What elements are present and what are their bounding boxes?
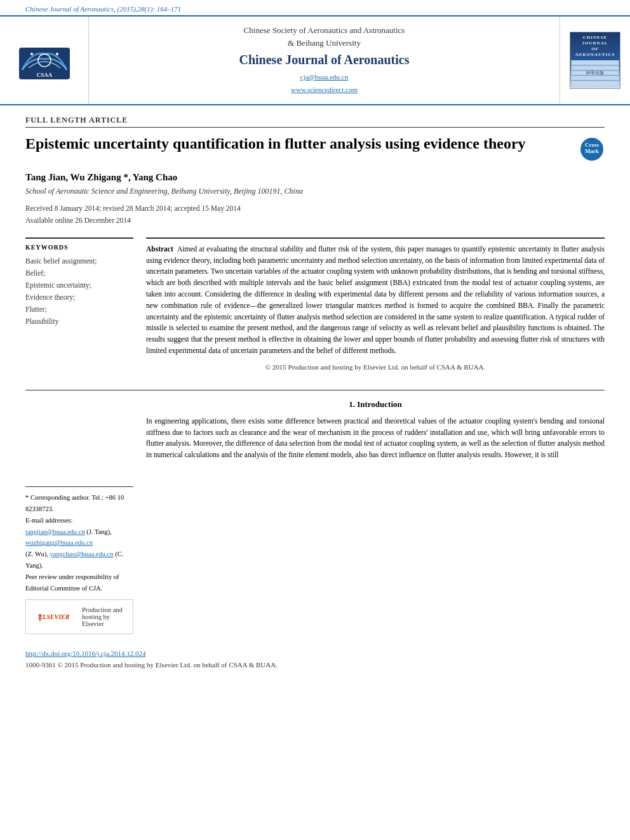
elsevier-logo: ELSEVIER [35, 607, 73, 626]
keyword-item: Belief; [25, 268, 133, 278]
abstract-column: Abstract Aimed at evaluating the structu… [146, 237, 605, 377]
svg-text:Mark: Mark [585, 148, 599, 154]
keywords-column: KEYWORDS Basic belief assignment; Belief… [25, 237, 133, 377]
email-wu-link[interactable]: wuzhigang@buaa.edu.cn [25, 539, 93, 546]
journal-cover-area: CHINESE JOURNAL OF AERONAUTICS 科学出版 [560, 17, 630, 104]
svg-point-2 [30, 53, 33, 55]
elsevier-logo-icon: ELSEVIER [37, 608, 72, 625]
keywords-title: KEYWORDS [25, 244, 133, 251]
introduction-heading: 1. Introduction [146, 399, 605, 410]
email-yang-link[interactable]: yangchao@buaa.edu.cn [50, 550, 113, 557]
email-tang-link[interactable]: tangjian@buaa.edu.cn [25, 528, 85, 535]
svg-text:ELSEVIER: ELSEVIER [37, 613, 69, 620]
doi-link[interactable]: http://dx.doi.org/10.1016/j.cja.2014.12.… [25, 650, 146, 657]
article-type-label: FULL LENGTH ARTICLE [25, 116, 605, 128]
csaa-emblem-icon: CSAA [19, 41, 70, 79]
intro-left-footnotes [25, 399, 133, 461]
affiliation: School of Aeronautic Science and Enginee… [25, 187, 605, 196]
abstract-text: Abstract Aimed at evaluating the structu… [146, 244, 605, 357]
corresponding-author: * Corresponding author. Tel.: +86 10 823… [25, 492, 133, 515]
journal-cover: CHINESE JOURNAL OF AERONAUTICS 科学出版 [570, 32, 620, 89]
email-link[interactable]: cja@buaa.edu.cn [300, 73, 348, 81]
section-divider [25, 390, 605, 390]
svg-text:科学出版: 科学出版 [586, 70, 604, 75]
email-info: E-mail addresses: tangjian@buaa.edu.cn (… [25, 515, 133, 571]
publication-dates: Received 8 January 2014; revised 28 Marc… [25, 203, 605, 227]
keyword-item: Basic belief assignment; [25, 256, 133, 266]
title-row: Epistemic uncertainty quantification in … [25, 134, 605, 162]
keyword-item: Plausibility [25, 316, 133, 326]
header-links: cja@buaa.edu.cn www.sciencedirect.com [291, 71, 358, 97]
peer-review-note: Peer review under responsibility of Edit… [25, 571, 133, 594]
keyword-item: Flutter; [25, 304, 133, 314]
header-center: Chinese Society of Aeronautics and Astro… [89, 17, 560, 104]
crossmark-icon: Cross Mark [579, 137, 605, 162]
keyword-item: Epistemic uncertainty; [25, 280, 133, 290]
footer-production-text: Production and hosting by Elsevier [82, 606, 124, 627]
svg-point-3 [56, 53, 58, 55]
organization-name: Chinese Society of Aeronautics and Astro… [244, 24, 405, 49]
csaa-logo-area: CSAA [0, 17, 89, 104]
elsevier-footer-box: ELSEVIER Production and hosting by Elsev… [25, 599, 133, 634]
website-link[interactable]: www.sciencedirect.com [291, 86, 358, 93]
svg-text:CSAA: CSAA [36, 72, 52, 78]
intro-right-content: 1. Introduction In engineering applicati… [146, 399, 605, 461]
bottom-copyright: 1000-9361 © 2015 Production and hosting … [0, 660, 630, 674]
journal-title: Chinese Journal of Aeronautics [239, 53, 410, 67]
cover-decoration-icon: 科学出版 [571, 60, 619, 86]
authors: Tang Jian, Wu Zhigang *, Yang Chao [25, 172, 605, 183]
keyword-item: Evidence theory; [25, 292, 133, 302]
abstract-box: Abstract Aimed at evaluating the structu… [146, 237, 605, 371]
svg-text:Cross: Cross [585, 142, 599, 148]
main-content: FULL LENGTH ARTICLE Epistemic uncertaint… [0, 105, 630, 644]
abstract-section: KEYWORDS Basic belief assignment; Belief… [25, 237, 605, 377]
keywords-box: KEYWORDS Basic belief assignment; Belief… [25, 237, 133, 327]
article-title: Epistemic uncertainty quantification in … [25, 134, 579, 154]
introduction-section: 1. Introduction In engineering applicati… [25, 399, 605, 461]
header-banner: CSAA Chinese Society of Aeronautics and … [0, 15, 630, 105]
journal-reference: Chinese Journal of Aeronautics, (2015),2… [0, 0, 630, 15]
introduction-text: In engineering applications, there exist… [146, 416, 605, 461]
footnote-area: * Corresponding author. Tel.: +86 10 823… [25, 486, 133, 594]
doi-link-area: http://dx.doi.org/10.1016/j.cja.2014.12.… [0, 644, 630, 660]
abstract-copyright: © 2015 Production and hosting by Elsevie… [146, 363, 605, 371]
